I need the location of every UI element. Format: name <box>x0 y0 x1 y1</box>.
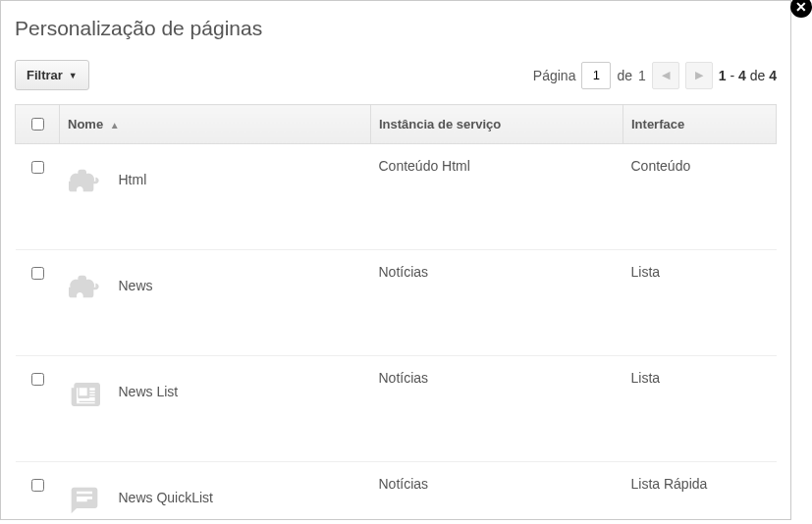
row-interface: Lista <box>623 250 777 356</box>
row-checkbox[interactable] <box>31 161 44 174</box>
toolbar: Filtrar ▼ Página de 1 ◀ ▶ 1 - 4 de 4 <box>1 60 790 104</box>
puzzle-icon <box>68 166 101 199</box>
results-table: Nome ▲ Instância de serviço Interface Ht… <box>15 104 777 520</box>
row-checkbox[interactable] <box>31 373 44 386</box>
header-interface-label: Interface <box>631 117 684 131</box>
row-name: Html <box>119 166 147 187</box>
table-row[interactable]: News ListNotíciasLista <box>16 356 777 462</box>
header-checkbox-cell <box>16 105 60 144</box>
row-interface: Conteúdo <box>623 144 777 250</box>
page-input[interactable] <box>581 62 611 89</box>
page-title: Personalização de páginas <box>1 1 790 60</box>
page-range: 1 - 4 de 4 <box>719 68 777 83</box>
pager: Página de 1 ◀ ▶ 1 - 4 de 4 <box>533 62 777 89</box>
header-name[interactable]: Nome ▲ <box>60 105 371 144</box>
filter-button[interactable]: Filtrar ▼ <box>15 60 89 90</box>
prev-page-button[interactable]: ◀ <box>652 62 679 89</box>
header-name-label: Nome <box>68 117 103 131</box>
table-row[interactable]: NewsNotíciasLista <box>16 250 777 356</box>
puzzle-icon <box>68 272 101 305</box>
close-icon[interactable]: ✕ <box>790 0 812 18</box>
table-row[interactable]: HtmlConteúdo HtmlConteúdo <box>16 144 777 250</box>
row-checkbox[interactable] <box>31 267 44 280</box>
modal: Personalização de páginas Filtrar ▼ Pági… <box>0 0 791 520</box>
sort-asc-icon: ▲ <box>110 120 120 131</box>
filter-label: Filtrar <box>27 68 63 82</box>
row-name: News <box>119 272 153 293</box>
header-interface[interactable]: Interface <box>623 105 777 144</box>
row-name: News QuickList <box>119 484 213 505</box>
row-service: Notícias <box>371 462 623 521</box>
header-service-label: Instância de serviço <box>379 117 501 131</box>
header-service[interactable]: Instância de serviço <box>371 105 623 144</box>
of-label: de <box>617 68 632 83</box>
row-checkbox[interactable] <box>31 479 44 492</box>
total-pages: 1 <box>638 68 646 83</box>
table-row[interactable]: News QuickListNotíciasLista Rápida <box>16 462 777 521</box>
row-service: Notícias <box>371 356 623 462</box>
row-interface: Lista <box>623 356 777 462</box>
next-page-button[interactable]: ▶ <box>685 62 713 89</box>
page-label: Página <box>533 68 576 83</box>
row-service: Conteúdo Html <box>371 144 623 250</box>
newspaper-icon <box>68 378 101 411</box>
row-interface: Lista Rápida <box>623 462 777 521</box>
chat-icon <box>68 484 101 517</box>
row-service: Notícias <box>371 250 623 356</box>
row-name: News List <box>119 378 179 399</box>
select-all-checkbox[interactable] <box>31 118 44 131</box>
chevron-down-icon: ▼ <box>69 71 78 80</box>
